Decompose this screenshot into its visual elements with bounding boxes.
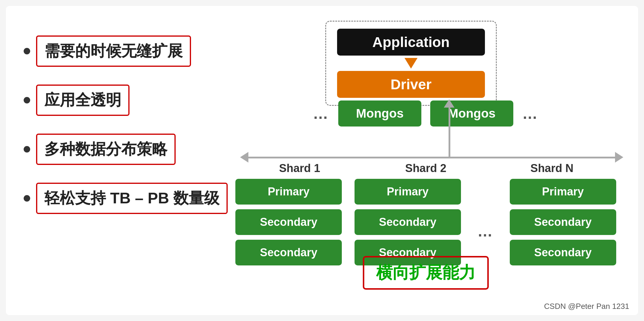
watermark: CSDN @Peter Pan 1231 — [544, 302, 629, 311]
bullet-box-4: 轻松支持 TB – PB 数量级 — [36, 183, 228, 214]
left-panel: 需要的时候无缝扩展 应用全透明 多种数据分布策略 轻松支持 TB – PB 数量… — [24, 35, 195, 232]
mid-dots-col: … — [473, 179, 497, 265]
bullet-item-2: 应用全透明 — [24, 85, 195, 116]
expand-label-text: 横向扩展能力 — [376, 263, 475, 282]
bullet-item-4: 轻松支持 TB – PB 数量级 — [24, 183, 195, 214]
shard-arrow-right-head — [615, 152, 623, 163]
driver-block: Driver — [337, 71, 485, 98]
mid-dots-text: … — [477, 222, 493, 240]
vertical-arrow-head — [444, 99, 454, 108]
mongos-block-2: Mongos — [430, 100, 513, 127]
bullet-dot-2 — [24, 97, 30, 103]
bullet-item-1: 需要的时候无缝扩展 — [24, 35, 195, 67]
right-panel: Application Driver … Mongos Mongos … Sha… — [225, 15, 627, 304]
shardn-secondary-1: Secondary — [510, 209, 616, 235]
shard-label-2: Shard 2 — [373, 162, 479, 175]
shardn-primary: Primary — [510, 179, 616, 205]
vertical-arrow — [449, 103, 450, 157]
bullet-text-2: 应用全透明 — [44, 91, 121, 108]
bullet-box-2: 应用全透明 — [36, 85, 130, 116]
shard2-primary: Primary — [355, 179, 461, 205]
bullet-item-3: 多种数据分布策略 — [24, 134, 195, 165]
bullet-dot-3 — [24, 146, 30, 153]
bullet-text-4: 轻松支持 TB – PB 数量级 — [44, 189, 219, 207]
app-driver-box: Application Driver — [325, 21, 497, 106]
left-dots: … — [313, 105, 329, 122]
shard-arrow-left-head — [240, 152, 248, 163]
bullet-dot-1 — [24, 48, 30, 54]
expand-label-box: 横向扩展能力 — [363, 256, 489, 290]
bullet-box-3: 多种数据分布策略 — [36, 134, 176, 165]
shard-arrow-line — [242, 157, 621, 158]
shard-col-2: Primary Secondary Secondary — [355, 179, 461, 265]
mongos-row: … Mongos Mongos … — [225, 100, 627, 127]
application-block: Application — [337, 29, 485, 56]
app-to-driver-arrow — [404, 58, 418, 69]
bullet-text-1: 需要的时候无缝扩展 — [44, 42, 183, 59]
bottom-label: 横向扩展能力 — [225, 256, 627, 290]
slide: 需要的时候无缝扩展 应用全透明 多种数据分布策略 轻松支持 TB – PB 数量… — [6, 6, 638, 315]
shard-label-n: Shard N — [499, 162, 605, 175]
shard1-primary: Primary — [235, 179, 342, 205]
bullet-dot-4 — [24, 195, 30, 202]
shard2-secondary-1: Secondary — [355, 209, 461, 235]
shard-col-n: Primary Secondary Secondary — [510, 179, 616, 265]
shards-grid: Primary Secondary Secondary Primary Seco… — [225, 179, 627, 265]
shard1-secondary-1: Secondary — [235, 209, 342, 235]
shard-labels-row: Shard 1 Shard 2 Shard N — [225, 162, 627, 175]
shard-label-1: Shard 1 — [246, 162, 353, 175]
right-dots: … — [522, 105, 539, 122]
bullet-box-1: 需要的时候无缝扩展 — [36, 35, 191, 67]
bullet-text-3: 多种数据分布策略 — [44, 140, 167, 158]
mongos-block-1: Mongos — [338, 100, 421, 127]
shard-col-1: Primary Secondary Secondary — [235, 179, 342, 265]
